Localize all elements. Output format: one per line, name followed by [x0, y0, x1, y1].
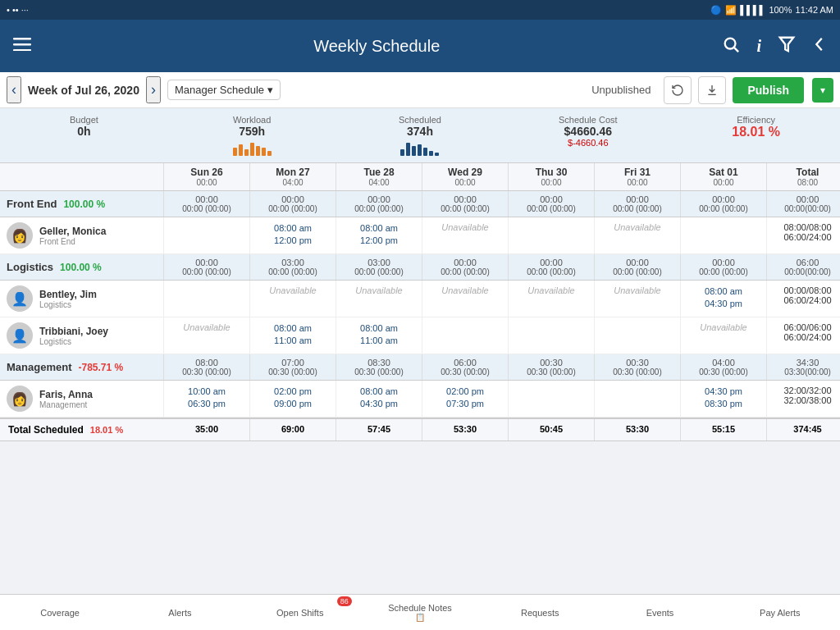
header-icons: i — [722, 35, 827, 57]
download-button[interactable] — [698, 76, 726, 104]
info-icon[interactable]: i — [756, 37, 761, 56]
tribbiani-total: 06:00/06:00 06:00/24:00 — [767, 317, 840, 354]
tab-open-shifts[interactable]: Open Shifts 86 — [240, 595, 360, 630]
tribbiani-tue[interactable]: 08:00 am 11:00 am — [336, 317, 422, 354]
day-header-sat: Sat 01 00:00 — [681, 163, 767, 190]
svg-rect-0 — [13, 38, 31, 40]
tribbiani-sun: Unavailable — [164, 317, 250, 354]
bentley-mon: Unavailable — [250, 281, 336, 317]
tab-events-label: Events — [646, 608, 674, 618]
logistics-mon: 03:0000:00 (00:00) — [250, 254, 336, 280]
tab-alerts-label: Alerts — [168, 608, 191, 618]
status-bar: • •• ··· 🔵 📶 ▌▌▌▌ 100% 11:42 AM — [0, 0, 840, 20]
faris-wed[interactable]: 02:00 pm 07:30 pm — [422, 381, 509, 417]
tribbiani-mon[interactable]: 08:00 am 11:00 am — [250, 317, 336, 354]
back-icon[interactable] — [812, 35, 827, 57]
mgmt-wed: 06:0000:30 (00:00) — [422, 354, 509, 380]
filter-icon[interactable] — [778, 35, 796, 57]
total-thu: 50:45 — [509, 419, 595, 441]
bluetooth-icon: 🔵 — [710, 5, 722, 16]
efficiency-stat: Efficiency 18.01 % — [672, 113, 840, 158]
app-indicators: • •• ··· — [7, 5, 29, 15]
bentley-wed: Unavailable — [422, 281, 509, 317]
publish-status: Unpublished — [591, 84, 651, 96]
app-header: Weekly Schedule i — [0, 20, 840, 72]
tab-schedule-notes-label: Schedule Notes — [388, 603, 452, 613]
person-row-bentley[interactable]: 👤 Bentley, Jim Logistics Unavailable Una… — [0, 281, 840, 317]
faris-sun[interactable]: 10:00 am 06:30 pm — [164, 381, 250, 417]
logistics-total: 06:0000:00(00:00) — [767, 254, 840, 280]
status-right: 🔵 📶 ▌▌▌▌ 100% 11:42 AM — [710, 5, 833, 16]
front-end-group-row: Front End 100.00 % 00:0000:00 (00:00) 00… — [0, 191, 840, 217]
person-row-geller[interactable]: 👩 Geller, Monica Front End 08:00 am 12:0… — [0, 217, 840, 254]
tribbiani-thu — [509, 317, 595, 354]
tab-requests[interactable]: Requests — [480, 595, 600, 630]
menu-button[interactable] — [13, 38, 31, 55]
chevron-down-icon: ▾ — [267, 84, 273, 96]
person-name-tribbiani: 👤 Tribbiani, Joey Logistics — [0, 317, 164, 354]
mgmt-fri: 00:3000:30 (00:00) — [595, 354, 681, 380]
scheduled-chart — [340, 139, 501, 156]
publish-dropdown-button[interactable]: ▾ — [812, 78, 833, 103]
geller-fri: Unavailable — [595, 217, 681, 253]
status-left: • •• ··· — [7, 5, 29, 15]
front-end-total: 00:0000:00(00:00) — [767, 191, 840, 217]
bentley-sat[interactable]: 08:00 am 04:30 pm — [681, 281, 767, 317]
person-row-faris[interactable]: 👩 Faris, Anna Management 10:00 am 06:30 … — [0, 381, 840, 418]
person-row-tribbiani[interactable]: 👤 Tribbiani, Joey Logistics Unavailable … — [0, 317, 840, 354]
total-sat: 55:15 — [681, 419, 767, 441]
avatar-tribbiani: 👤 — [7, 322, 33, 349]
total-all: 374:45 — [767, 419, 840, 441]
day-header-wed: Wed 29 00:00 — [422, 163, 509, 190]
logistics-wed: 00:0000:00 (00:00) — [422, 254, 509, 280]
bentley-total: 00:00/08:00 06:00/24:00 — [767, 281, 840, 317]
prev-week-button[interactable]: ‹ — [7, 76, 21, 103]
geller-tue[interactable]: 08:00 am 12:00 pm — [336, 217, 422, 253]
front-end-sat: 00:0000:00 (00:00) — [681, 191, 767, 217]
bentley-thu: Unavailable — [509, 281, 595, 317]
avatar-geller: 👩 — [7, 222, 33, 249]
geller-mon[interactable]: 08:00 am 12:00 pm — [250, 217, 336, 253]
faris-fri — [595, 381, 681, 417]
schedule-cost-stat: Schedule Cost $4660.46 $-4660.46 — [504, 113, 672, 158]
tab-pay-alerts[interactable]: Pay Alerts — [720, 595, 840, 630]
schedule-type-label: Manager Schedule — [175, 84, 264, 96]
svg-marker-5 — [780, 37, 794, 51]
tab-pay-alerts-label: Pay Alerts — [760, 608, 801, 618]
refresh-button[interactable] — [664, 76, 692, 104]
tab-alerts[interactable]: Alerts — [120, 595, 240, 630]
bentley-sun — [164, 281, 250, 317]
faris-tue[interactable]: 08:00 am 04:30 pm — [336, 381, 422, 417]
day-header-thu: Thu 30 00:00 — [509, 163, 595, 190]
scheduled-stat: Scheduled 374h — [336, 113, 504, 158]
tab-events[interactable]: Events — [600, 595, 719, 630]
bottom-tabs: Coverage Alerts Open Shifts 86 Schedule … — [0, 594, 840, 630]
tribbiani-sat: Unavailable — [681, 317, 767, 354]
front-end-sun: 00:0000:00 (00:00) — [164, 191, 250, 217]
faris-mon[interactable]: 02:00 pm 09:00 pm — [250, 381, 336, 417]
management-name-cell: Management -785.71 % — [0, 354, 164, 380]
total-fri: 53:30 — [595, 419, 681, 441]
tab-coverage[interactable]: Coverage — [0, 595, 120, 630]
week-navigation: ‹ Week of Jul 26, 2020 › Manager Schedul… — [0, 72, 840, 108]
logistics-name-cell: Logistics 100.00 % — [0, 254, 164, 280]
search-icon[interactable] — [722, 35, 740, 57]
clock: 11:42 AM — [796, 5, 833, 15]
front-end-mon: 00:0000:00 (00:00) — [250, 191, 336, 217]
geller-wed: Unavailable — [422, 217, 509, 253]
publish-button[interactable]: Publish — [733, 77, 804, 103]
workload-stat: Workload 759h — [168, 113, 336, 158]
logistics-sun: 00:0000:00 (00:00) — [164, 254, 250, 280]
front-end-wed: 00:0000:00 (00:00) — [422, 191, 509, 217]
svg-line-4 — [735, 48, 739, 52]
next-week-button[interactable]: › — [146, 76, 161, 103]
open-shifts-badge: 86 — [337, 596, 352, 606]
day-header-total: Total 08:00 — [767, 163, 840, 190]
logistics-tue: 03:0000:00 (00:00) — [336, 254, 422, 280]
schedule-type-selector[interactable]: Manager Schedule ▾ — [167, 80, 281, 100]
faris-sat[interactable]: 04:30 pm 08:30 pm — [681, 381, 767, 417]
stats-bar: Budget 0h Workload 759h Scheduled 374h S — [0, 108, 840, 163]
tab-schedule-notes[interactable]: Schedule Notes 📋 — [360, 595, 480, 630]
logistics-thu: 00:0000:00 (00:00) — [509, 254, 595, 280]
bentley-tue: Unavailable — [336, 281, 422, 317]
